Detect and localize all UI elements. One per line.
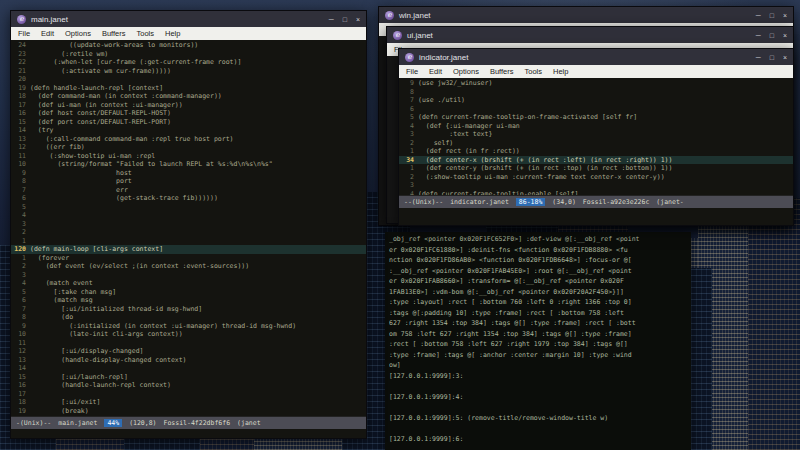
line-number: 12 [11, 347, 30, 356]
minimize-button[interactable]: ─ [329, 16, 334, 23]
code-text: (:initialized (in context :ui-manager) t… [30, 322, 296, 331]
menu-item[interactable]: File [406, 67, 418, 76]
titlebar[interactable]: e main.janet ─ □ × [11, 11, 366, 27]
line-number: 12 [11, 143, 30, 152]
menu-item[interactable]: Help [553, 67, 568, 76]
modeline-prefix: -(Unix)-- [16, 419, 51, 427]
menu-bar: FileEditOptionsBuffersToolsHelp [399, 65, 793, 78]
menu-item[interactable]: Options [453, 67, 479, 76]
titlebar[interactable]: e indicator.janet ─ □ × [399, 49, 793, 65]
code-text: (match event [30, 279, 93, 288]
repl-line: [127.0.0.1:9999]:6: [389, 434, 687, 445]
menu-item[interactable]: Options [65, 29, 91, 38]
code-line: 16 (handle-launch-repl context) [11, 381, 366, 390]
maximize-button[interactable]: □ [343, 16, 347, 23]
code-line: 8 (do [11, 313, 366, 322]
emacs-icon: e [17, 15, 26, 24]
code-text: ((update-work-areas lo monitors)) [30, 41, 198, 50]
line-number: 2 [399, 173, 418, 182]
close-button[interactable]: × [356, 16, 360, 23]
menu-item[interactable]: Edit [41, 29, 54, 38]
code-text: (defn main-loop [cli-args context] [30, 245, 163, 254]
close-button[interactable]: × [783, 32, 787, 39]
line-number: 6 [11, 194, 30, 203]
code-line: 34 (def center-x (brshift (+ (in rect :l… [399, 156, 793, 165]
code-line: 10 (late-init cli-args context)) [11, 330, 366, 339]
code-text: (defn handle-launch-repl [context] [30, 84, 163, 93]
maximize-button[interactable]: □ [770, 54, 774, 61]
code-line: 9(use jw32/_winuser) [399, 79, 793, 88]
titlebar[interactable]: e ui.janet ─ □ × [387, 27, 793, 43]
line-number: 22 [11, 58, 30, 67]
line-number: 9 [11, 169, 30, 178]
echo-area [11, 429, 366, 438]
menu-item[interactable]: Buffers [490, 67, 514, 76]
code-buffer[interactable]: 24 ((update-work-areas lo monitors)) 23 … [11, 40, 366, 416]
line-number: 11 [11, 339, 30, 348]
window-title: ui.janet [407, 31, 433, 40]
code-text: (handle-display-changed context) [30, 356, 187, 365]
line-number: 14 [11, 126, 30, 135]
repl-line [389, 381, 687, 392]
menu-item[interactable]: Tools [525, 67, 543, 76]
line-number: 4 [399, 122, 418, 131]
minimize-button[interactable]: ─ [756, 32, 761, 39]
menu-item[interactable]: Buffers [102, 29, 126, 38]
code-line: 15 [:ui/launch-repl] [11, 373, 366, 382]
modeline-buffer-name: indicator.janet [450, 198, 509, 206]
code-line: 4 (match event [11, 279, 366, 288]
repl-output-panel[interactable]: _obj_ref <pointer 0x020F1FC652F0>] :def-… [385, 232, 691, 450]
line-number: 3 [399, 130, 418, 139]
menu-bar: FileEditOptionsBuffersToolsHelp [11, 27, 366, 40]
close-button[interactable]: × [783, 54, 787, 61]
emacs-icon: e [405, 53, 414, 62]
modeline-position: (34,0) [552, 198, 575, 206]
line-number: 13 [11, 356, 30, 365]
repl-line: :type :frame] :tags @[ :anchor :center :… [389, 350, 687, 361]
code-line: 14 (try [11, 126, 366, 135]
line-number: 2 [11, 262, 30, 271]
menu-item[interactable]: Tools [137, 29, 155, 38]
code-line: 24 ((update-work-areas lo monitors)) [11, 41, 366, 50]
minimize-button[interactable]: ─ [756, 12, 761, 19]
code-line: 8 port [11, 177, 366, 186]
window-main-janet[interactable]: e main.janet ─ □ × FileEditOptionsBuffer… [10, 10, 367, 439]
code-line: 3 :text text} [399, 130, 793, 139]
line-number: 5 [11, 288, 30, 297]
code-line: 1 (def center-y (brshift (+ (in rect :to… [399, 164, 793, 173]
code-line: 22 (:when-let [cur-frame (:get-current-f… [11, 58, 366, 67]
line-number: 11 [11, 152, 30, 161]
code-line: 5(defn current-frame-tooltip-on-frame-ac… [399, 113, 793, 122]
close-button[interactable]: × [783, 12, 787, 19]
window-indicator-janet[interactable]: e indicator.janet ─ □ × FileEditOptionsB… [398, 48, 794, 226]
line-number: 1 [11, 254, 30, 263]
menu-item[interactable]: Help [165, 29, 180, 38]
code-line: 2 self) [399, 139, 793, 148]
code-line: 11 (:show-tooltip ui-man :repl [11, 152, 366, 161]
maximize-button[interactable]: □ [770, 32, 774, 39]
line-number: 16 [11, 381, 30, 390]
code-line: 9 (:initialized (in context :ui-manager)… [11, 322, 366, 331]
code-line: 13 (:call-command command-man :repl true… [11, 135, 366, 144]
maximize-button[interactable]: □ [770, 12, 774, 19]
code-line: 2 (def event (ev/select ;(in context :ev… [11, 262, 366, 271]
code-text: [:ui/launch-repl] [30, 373, 128, 382]
titlebar[interactable]: e win.janet ─ □ × [379, 7, 793, 23]
repl-line: [127.0.0.1:9999]:3: [389, 371, 687, 382]
menu-item[interactable]: Edit [429, 67, 442, 76]
code-buffer[interactable]: 9(use jw32/_winuser) 8 7(use ./util) 6 5… [399, 78, 793, 195]
code-text: (use ./util) [418, 96, 465, 105]
modeline-percent: 86-18% [516, 198, 545, 206]
code-text: [:take chan msg] [30, 288, 116, 297]
code-text: (handle-launch-repl context) [30, 381, 171, 390]
line-number: 4 [11, 279, 30, 288]
minimize-button[interactable]: ─ [756, 54, 761, 61]
menu-item[interactable]: File [18, 29, 30, 38]
code-line: 21 (:activate wm cur-frame))))) [11, 67, 366, 76]
code-line: 1 (forever [11, 254, 366, 263]
code-text: host [30, 169, 132, 178]
code-text: (try [30, 126, 53, 135]
line-number: 2 [399, 139, 418, 148]
code-text: (def host const/DEFAULT-REPL-HOST) [30, 109, 171, 118]
line-number: 10 [11, 160, 30, 169]
